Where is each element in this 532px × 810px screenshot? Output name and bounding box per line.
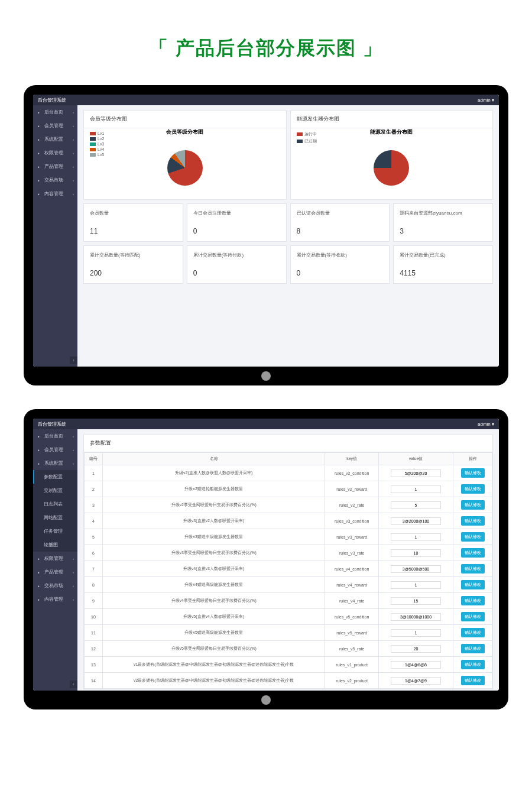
edit-button[interactable]: 确认修改: [461, 644, 485, 653]
table-header: key值: [325, 453, 378, 465]
nav-label: 网站配置: [44, 514, 63, 521]
cell-key: rules_v2_reward: [325, 481, 378, 497]
edit-button[interactable]: 确认修改: [461, 660, 485, 669]
nav-label: 参数配置: [44, 474, 63, 480]
legend-item: 已过期: [297, 138, 317, 144]
user-menu[interactable]: admin ▾: [478, 422, 494, 427]
table-row: 9升级v4享受全网联盟每日交易手续费百分比(%)rules_v4_rate确认修…: [85, 593, 492, 609]
nav-label: 日志列表: [44, 501, 63, 507]
chevron-right-icon: ›: [73, 124, 74, 128]
edit-button[interactable]: 确认修改: [461, 468, 485, 478]
edit-button[interactable]: 确认修改: [461, 500, 485, 510]
edit-button[interactable]: 确认修改: [461, 548, 485, 558]
cell-key: rules_v2_product: [325, 673, 378, 689]
value-input[interactable]: [391, 661, 441, 669]
edit-button[interactable]: 确认修改: [461, 596, 485, 605]
nav-item[interactable]: 参数配置: [33, 470, 77, 484]
table-row: 8升级v4赠送高级能源发生器数量rules_v4_reward确认修改: [85, 577, 492, 593]
edit-button[interactable]: 确认修改: [461, 580, 485, 589]
cell-name: 升级v4享受全网联盟每日交易手续费百分比(%): [102, 593, 325, 609]
brand: 后台管理系统: [38, 97, 66, 103]
chart-title: 能源发生器分布图: [370, 128, 413, 136]
topbar: 后台管理系统 admin ▾: [33, 419, 499, 429]
chevron-right-icon: ›: [73, 165, 74, 169]
nav-label: 轮播图: [44, 542, 58, 548]
stat-value: 0: [193, 227, 280, 235]
nav-item[interactable]: ▪内容管理›: [33, 187, 77, 200]
chevron-right-icon: ›: [73, 462, 74, 465]
legend-label: Lv4: [98, 147, 104, 151]
nav-item[interactable]: ▪会员管理›: [33, 119, 77, 132]
value-input[interactable]: [391, 549, 441, 557]
chevron-right-icon: ›: [73, 584, 74, 588]
cell-id: 3: [85, 497, 103, 513]
edit-button[interactable]: 确认修改: [461, 484, 485, 494]
edit-button[interactable]: 确认修改: [461, 516, 485, 526]
sidebar-collapse[interactable]: ‹: [70, 681, 77, 688]
nav-label: 内容管理: [44, 190, 63, 197]
nav-label: 系统配置: [44, 460, 63, 466]
nav-item[interactable]: ▪系统配置›: [33, 132, 77, 146]
nav-label: 会员管理: [44, 122, 63, 129]
edit-button[interactable]: 确认修改: [461, 676, 485, 685]
value-input[interactable]: [391, 501, 441, 509]
stat-label: 已认证会员数量: [297, 210, 384, 216]
nav-item[interactable]: ▪内容管理›: [33, 592, 77, 606]
nav-item[interactable]: 网站配置: [33, 511, 77, 524]
value-input[interactable]: [391, 629, 441, 637]
nav-item[interactable]: ▪产品管理›: [33, 565, 77, 579]
nav-item[interactable]: 日志列表: [33, 497, 77, 511]
value-input[interactable]: [391, 533, 441, 541]
nav-item[interactable]: ▪产品管理›: [33, 160, 77, 173]
stat-label: 累计交易数量(等待匹配): [90, 252, 177, 258]
sidebar-collapse[interactable]: ‹: [70, 357, 77, 364]
nav-item[interactable]: ▪会员管理›: [33, 443, 77, 456]
cell-name: 升级v3(直推v2人数@联盟开采率): [102, 513, 325, 529]
cog-icon: ▪: [38, 137, 42, 141]
nav-item[interactable]: ▪后台首页›: [33, 105, 77, 119]
nav-item[interactable]: ▪后台首页›: [33, 429, 77, 443]
legend-swatch: [90, 153, 96, 157]
edit-button[interactable]: 确认修改: [461, 612, 485, 621]
value-input[interactable]: [391, 677, 441, 685]
value-input[interactable]: [391, 565, 441, 573]
value-input[interactable]: [391, 645, 441, 653]
value-input[interactable]: [391, 581, 441, 589]
edit-button[interactable]: 确认修改: [461, 564, 485, 574]
file-icon: ▪: [38, 597, 42, 601]
nav-item[interactable]: ▪系统配置›: [33, 456, 77, 470]
cell-key: rules_v4_rate: [325, 593, 378, 609]
nav-item[interactable]: ▪权限管理›: [33, 146, 77, 160]
sidebar: ▪后台首页›▪会员管理›▪系统配置›参数配置交易配置日志列表网站配置任务管理轮播…: [33, 419, 77, 691]
legend-label: 运行中: [304, 131, 317, 137]
value-input[interactable]: [391, 469, 441, 477]
cell-name: 升级v5(直推v4人数@联盟开采率): [102, 609, 325, 625]
nav-item[interactable]: 交易配置: [33, 484, 77, 497]
edit-button[interactable]: 确认修改: [461, 532, 485, 542]
nav-label: 交易市场: [44, 177, 63, 183]
nav-item[interactable]: ▪权限管理›: [33, 552, 77, 565]
cell-name: 升级v5享受全网联盟每日交易手续费百分比(%): [102, 641, 325, 657]
value-input[interactable]: [391, 485, 441, 493]
nav-item[interactable]: 轮播图: [33, 538, 77, 552]
cell-id: 14: [85, 673, 103, 689]
value-input[interactable]: [391, 613, 441, 621]
table-row: 1升级v2(直推人数@联盟人数@联盟开采率)rules_v2_condition…: [85, 465, 492, 481]
stat-value: 0: [297, 269, 384, 277]
nav-item[interactable]: ▪交易市场›: [33, 173, 77, 187]
value-input[interactable]: [391, 517, 441, 525]
content-area: 参数配置 编号名称key值value值操作 1升级v2(直推人数@联盟人数@联盟…: [77, 419, 499, 691]
nav-item[interactable]: ▪交易市场›: [33, 579, 77, 592]
legend-label: Lv5: [98, 153, 104, 157]
cog-icon: ▪: [38, 461, 42, 465]
nav-item[interactable]: 任务管理: [33, 524, 77, 538]
chevron-right-icon: ›: [73, 448, 74, 452]
edit-button[interactable]: 确认修改: [461, 628, 485, 637]
legend-label: Lv2: [98, 137, 104, 141]
user-menu[interactable]: admin ▾: [478, 98, 494, 103]
chart-panel-energy: 能源发生器分布图 能源发生器分布图 运行中已过期: [290, 110, 494, 200]
nav-label: 权限管理: [44, 150, 63, 156]
value-input[interactable]: [391, 597, 441, 605]
stat-card: 源码来自资源部ziyuanbu.com3: [393, 203, 493, 242]
cell-id: 1: [85, 465, 103, 481]
